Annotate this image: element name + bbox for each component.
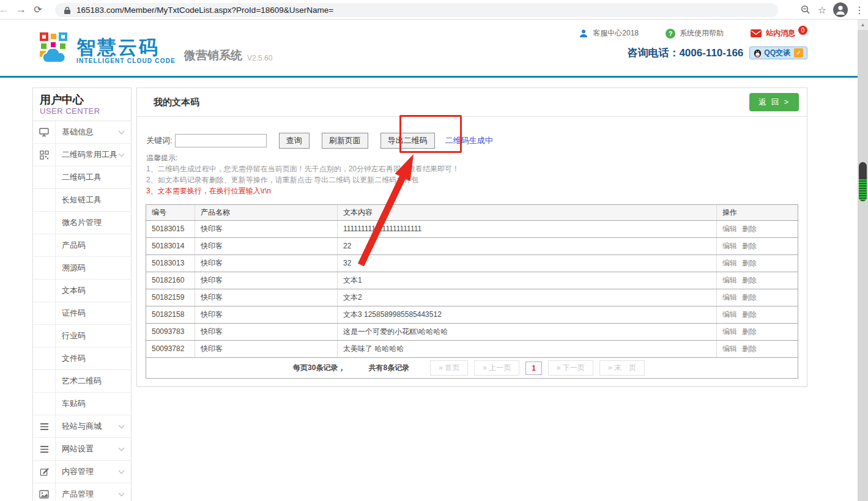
- last-page-button[interactable]: » 末 页: [599, 360, 645, 376]
- current-page-indicator: 1: [525, 362, 542, 375]
- sidebar-item-label: 轻站与商城: [62, 421, 102, 432]
- sidebar-item-qrcode-tools[interactable]: 二维码工具: [33, 166, 131, 189]
- system-help-label: 系统使用帮助: [680, 28, 724, 39]
- sidebar-item-content-management[interactable]: 内容管理: [33, 461, 131, 483]
- page-scrollbar[interactable]: ▲: [858, 20, 868, 501]
- edit-link[interactable]: 编辑: [722, 259, 737, 267]
- sidebar-item-basic-info[interactable]: 基础信息: [33, 121, 131, 144]
- edit-pencil-icon: [33, 461, 56, 483]
- chevron-down-icon: [119, 128, 125, 135]
- sidebar-item-label: 网站设置: [62, 443, 94, 455]
- first-page-button[interactable]: » 首页: [430, 360, 468, 376]
- scrollbar-thumb[interactable]: [859, 162, 867, 201]
- table-row: 50183015 快印客 1111111111111111111111 编辑删除: [146, 220, 798, 237]
- sidebar-item-qrcode-common-tools[interactable]: 二维码常用工具: [33, 144, 131, 166]
- delete-link[interactable]: 删除: [742, 327, 757, 336]
- qrcode-generating-link[interactable]: 二维码生成中: [445, 135, 493, 146]
- logo-title: 智慧云码: [76, 38, 176, 58]
- next-page-button[interactable]: » 下一页: [548, 360, 593, 376]
- sidebar-item-label: 产品管理: [62, 489, 94, 500]
- edit-link[interactable]: 编辑: [722, 242, 737, 250]
- sidebar-item-micro-card[interactable]: 微名片管理: [33, 212, 131, 234]
- chevron-down-icon: [119, 151, 125, 157]
- qq-penguin-icon: [754, 48, 762, 58]
- cell-content: 32: [338, 255, 717, 272]
- back-button[interactable]: 返 回 >: [749, 93, 799, 111]
- qq-chat-button[interactable]: QQ交谈 ✓: [749, 46, 807, 59]
- cell-product: 快印客: [195, 238, 338, 254]
- edit-link[interactable]: 编辑: [722, 276, 737, 284]
- edit-link[interactable]: 编辑: [722, 293, 737, 302]
- delete-link[interactable]: 删除: [742, 344, 757, 353]
- edit-link[interactable]: 编辑: [722, 310, 737, 319]
- keyword-label: 关键词:: [146, 135, 172, 146]
- col-header-actions: 操作: [717, 205, 798, 220]
- edit-link[interactable]: 编辑: [722, 225, 737, 233]
- product-name: 微营销系统: [184, 48, 242, 64]
- sidebar-item-light-site-mall[interactable]: 轻站与商城: [33, 415, 131, 438]
- sidebar-item-site-settings[interactable]: 网站设置: [33, 438, 131, 461]
- cell-content: 22: [338, 238, 717, 254]
- forward-icon[interactable]: →: [12, 3, 29, 16]
- sidebar-item-label: 长短链工具: [62, 195, 102, 206]
- scroll-up-arrow-icon[interactable]: ▲: [858, 20, 868, 30]
- sidebar-item-label: 证件码: [62, 308, 86, 319]
- sidebar-item-product-code[interactable]: 产品码: [33, 234, 131, 257]
- delete-link[interactable]: 删除: [742, 259, 757, 267]
- service-center-link[interactable]: 客服中心2018: [579, 28, 639, 39]
- chevron-down-icon: [119, 445, 125, 451]
- sidebar-item-art-qrcode[interactable]: 艺术二维码: [33, 370, 131, 393]
- cell-product: 快印客: [195, 324, 338, 340]
- icon-spacer: [33, 325, 56, 347]
- site-header: 智慧云码 INTELLIGENT CLOUD CODE 微营销系统 V2.5.6…: [0, 20, 868, 78]
- sidebar-item-cert-code[interactable]: 证件码: [33, 302, 131, 325]
- sidebar-item-industry-code[interactable]: 行业码: [33, 325, 131, 347]
- reload-icon[interactable]: ⟳: [29, 4, 46, 15]
- sidebar-item-product-management[interactable]: 产品管理: [33, 483, 131, 501]
- sidebar-item-trace-code[interactable]: 溯源码: [33, 257, 131, 280]
- cell-content: 文本1: [338, 272, 717, 289]
- bookmark-star-icon[interactable]: ☆: [818, 4, 826, 16]
- delete-link[interactable]: 删除: [742, 242, 757, 250]
- sidebar-item-car-sticker-code[interactable]: 车贴码: [33, 393, 131, 415]
- sidebar-item-label: 产品码: [62, 240, 86, 251]
- cell-content: 文本2: [338, 289, 717, 306]
- pagination: 每页30条记录， 共有8条记录 » 首页 » 上一页 1 » 下一页 » 末 页: [146, 357, 798, 378]
- cell-id: 50183015: [146, 221, 195, 237]
- edit-link[interactable]: 编辑: [722, 344, 737, 353]
- sidebar-item-label: 内容管理: [62, 466, 94, 477]
- address-bar[interactable]: 165183.com/Member/MyTxtCodeList.aspx?Pro…: [55, 3, 778, 17]
- refresh-page-button[interactable]: 刷新页面: [322, 133, 368, 149]
- browser-menu-icon[interactable]: ⋮: [855, 4, 864, 16]
- prev-page-button[interactable]: » 上一页: [474, 360, 519, 376]
- table-row: 50183014 快印客 22 编辑删除: [146, 237, 798, 254]
- chevron-down-icon: [119, 423, 125, 429]
- tips-title: 温馨提示:: [146, 153, 807, 163]
- cloud-icon: [41, 49, 68, 64]
- delete-link[interactable]: 删除: [742, 276, 757, 284]
- export-qrcode-button[interactable]: 导出二维码: [380, 133, 435, 149]
- profile-avatar[interactable]: [833, 2, 848, 17]
- query-button[interactable]: 查询: [279, 133, 310, 149]
- sidebar-item-label: 基础信息: [62, 127, 94, 138]
- sidebar-item-file-code[interactable]: 文件码: [33, 347, 131, 370]
- sidebar-item-text-code[interactable]: 文本码: [33, 280, 131, 302]
- keyword-input[interactable]: [175, 134, 267, 147]
- icon-spacer: [33, 257, 56, 279]
- table-header-row: 编号 产品名称 文本内容 操作: [146, 205, 798, 220]
- edit-link[interactable]: 编辑: [722, 327, 737, 336]
- delete-link[interactable]: 删除: [742, 293, 757, 302]
- main-panel: 我的文本码 返 回 > 关键词: 查询 刷新页面 导出二维码 二维码生成中 温馨…: [136, 87, 807, 387]
- system-help-link[interactable]: ? 系统使用帮助: [666, 28, 724, 39]
- zoom-out-icon[interactable]: [800, 4, 811, 15]
- back-icon[interactable]: ←: [0, 3, 12, 16]
- table-row: 50182158 快印客 文本3 1258589985585443512 编辑删…: [146, 306, 798, 323]
- col-header-product: 产品名称: [195, 205, 338, 220]
- sidebar-item-short-link-tools[interactable]: 长短链工具: [33, 189, 131, 212]
- delete-link[interactable]: 删除: [742, 225, 757, 233]
- hotline-phone: 咨询电话：4006-110-166: [627, 46, 743, 60]
- site-messages-link[interactable]: 站内消息 0: [751, 28, 807, 39]
- delete-link[interactable]: 删除: [742, 310, 757, 319]
- per-page-label: 每页30条记录，: [293, 363, 345, 373]
- cell-id: 50182160: [146, 272, 195, 289]
